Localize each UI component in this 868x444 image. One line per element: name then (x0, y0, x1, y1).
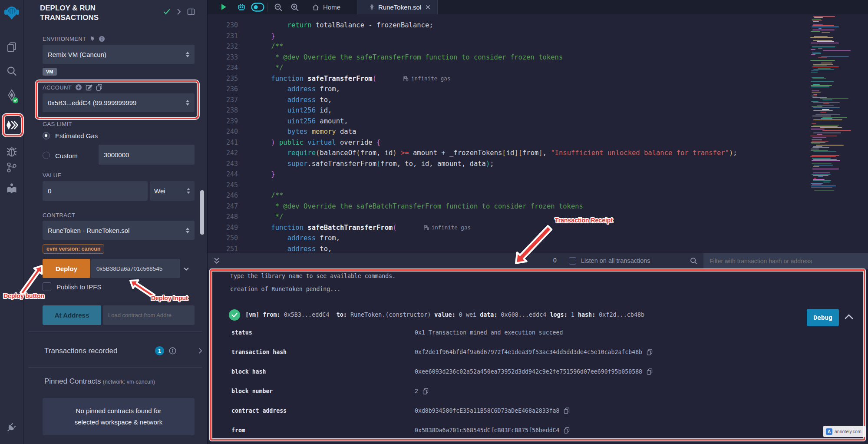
code-line[interactable]: 238 uint256 id, (208, 105, 807, 116)
tab-runetoken[interactable]: RuneToken.sol (357, 0, 438, 14)
search-icon[interactable] (690, 257, 698, 265)
copy-icon[interactable] (647, 349, 653, 355)
value-unit-select[interactable]: Wei (150, 181, 195, 201)
code-line[interactable]: 247 * @dev Override the safeBatchTransfe… (208, 201, 807, 212)
contract-label: CONTRACT (43, 212, 75, 219)
account-select[interactable]: 0x5B3...eddC4 (99.999999999 (43, 93, 195, 112)
expand-transactions-icon[interactable] (197, 347, 204, 355)
minimap-mark (822, 109, 829, 110)
tx-field-label: [vm] (245, 311, 263, 318)
minimap-mark (812, 116, 831, 116)
value-unit: Wei (154, 187, 187, 195)
pinned-contracts-empty: No pinned contracts found for selected w… (43, 398, 195, 435)
watermark: A annotely.com (823, 426, 866, 437)
custom-gas-radio[interactable] (43, 152, 50, 159)
code-line[interactable]: 235 function safeTransferFrom(infinite g… (208, 73, 807, 84)
copy-icon[interactable] (647, 368, 653, 375)
copy-icon[interactable] (564, 427, 570, 434)
code-line[interactable]: 248 */ (208, 212, 807, 222)
code-line[interactable]: 245 (208, 180, 807, 191)
code-line[interactable]: 246 /** (208, 190, 807, 201)
minimap-mark (812, 90, 819, 91)
copy-icon[interactable] (422, 388, 429, 394)
line-number: 230 (208, 21, 238, 29)
line-number: 246 (208, 192, 238, 199)
minimap-mark (812, 78, 826, 79)
estimated-gas-radio[interactable] (43, 132, 50, 139)
tx-field-label: hash: (578, 311, 599, 318)
code-line[interactable]: 249 function safeBatchTransferFrom(infin… (208, 222, 807, 233)
tx-summary[interactable]: [vm] from: 0x5B3...eddC4 to: RuneToken.(… (245, 311, 644, 318)
code-line[interactable]: 237 address to, (208, 95, 807, 106)
close-tab-icon[interactable] (425, 4, 431, 10)
zoom-out-icon[interactable] (274, 3, 283, 12)
code-line[interactable]: 239 uint256 amount, (208, 116, 807, 127)
code-line[interactable]: 243 super.safeTransferFrom(from, to, id,… (208, 159, 807, 169)
info-icon[interactable] (169, 347, 176, 355)
terminal[interactable]: Type the library name to see available c… (208, 269, 868, 444)
publish-ipfs-checkbox[interactable] (43, 282, 51, 291)
deploy-button[interactable]: Deploy (43, 259, 90, 278)
minimap-mark (812, 174, 831, 175)
code-line[interactable]: 233 * @dev Override the safeTransferFrom… (208, 52, 807, 63)
code-line[interactable]: 251 address to, (208, 244, 807, 254)
add-account-icon[interactable] (75, 84, 82, 91)
code-line[interactable]: 232 /** (208, 41, 807, 52)
zoom-in-icon[interactable] (290, 3, 300, 12)
forward-icon[interactable] (175, 8, 183, 16)
filter-transactions-input[interactable] (703, 253, 868, 269)
deploy-run-icon[interactable] (5, 119, 18, 132)
minimap-mark (817, 134, 822, 135)
at-address-input[interactable] (103, 305, 195, 325)
panel-scrollbar[interactable] (200, 190, 204, 235)
at-address-button[interactable]: At Address (43, 305, 101, 325)
copilot-toggle[interactable] (251, 3, 264, 12)
value-input[interactable] (43, 181, 148, 201)
run-check-icon[interactable] (163, 8, 171, 16)
collapse-receipt-icon[interactable] (844, 313, 854, 320)
tab-home[interactable]: Home (307, 0, 345, 14)
pin-panel-icon[interactable] (187, 8, 195, 16)
solidity-compiler-icon[interactable] (6, 89, 18, 104)
line-number: 248 (208, 213, 238, 221)
minimap-mark (813, 119, 842, 120)
sign-message-icon[interactable] (86, 84, 92, 91)
git-icon[interactable] (6, 162, 17, 173)
learn-icon[interactable] (6, 182, 18, 195)
deploy-input[interactable] (91, 259, 180, 278)
run-script-icon[interactable] (219, 3, 228, 11)
code-editor[interactable]: 230 return totalBalance - frozenBalance;… (208, 14, 868, 253)
plugin-manager-icon[interactable] (5, 421, 18, 434)
listen-transactions-checkbox[interactable] (569, 257, 576, 265)
code-line[interactable]: 230 return totalBalance - frozenBalance; (208, 20, 807, 31)
contract-select[interactable]: RuneToken - RuneToken.sol (43, 221, 195, 240)
debugger-icon[interactable] (6, 146, 18, 158)
code-line[interactable]: 234 */ (208, 63, 807, 73)
code-line[interactable]: 250 address from, (208, 233, 807, 244)
code-line[interactable]: 244 } (208, 169, 807, 180)
line-number: 236 (208, 85, 238, 93)
minimap-mark (811, 81, 833, 82)
ai-assistant-icon[interactable] (236, 2, 247, 13)
expand-terminal-icon[interactable] (213, 257, 221, 265)
code-line[interactable]: 242 require(balanceOf(from, id) >= amoun… (208, 148, 807, 159)
code-line[interactable]: 240 bytes memory data (208, 126, 807, 137)
minimap[interactable] (809, 15, 854, 209)
custom-gas-input[interactable] (99, 145, 195, 165)
code-line[interactable]: 236 address from, (208, 84, 807, 95)
plug-icon[interactable] (89, 36, 95, 42)
receipt-row: status0x1 Transaction mined and executio… (208, 323, 868, 342)
copy-icon[interactable] (564, 408, 570, 414)
chevron-updown-icon (187, 188, 190, 194)
code-line[interactable]: 241 ) public virtual override { (208, 137, 807, 148)
file-explorer-icon[interactable] (6, 41, 18, 53)
copy-account-icon[interactable] (96, 84, 102, 91)
line-number: 243 (208, 160, 238, 168)
remix-logo[interactable] (3, 3, 21, 22)
chevron-down-icon[interactable] (182, 265, 190, 273)
environment-select[interactable]: Remix VM (Cancun) (43, 45, 195, 64)
search-icon[interactable] (6, 65, 18, 77)
info-icon[interactable] (99, 36, 105, 42)
minimap-mark (818, 57, 827, 58)
code-line[interactable]: 231 } (208, 31, 807, 42)
